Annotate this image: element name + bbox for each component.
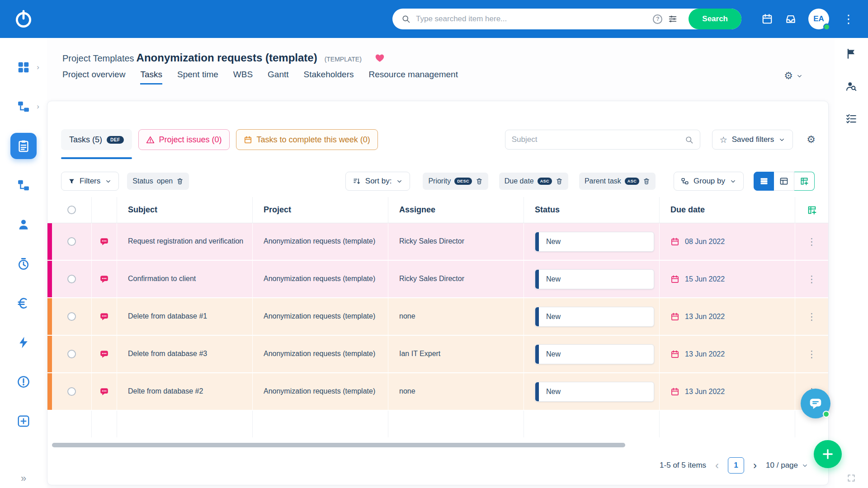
comment-icon[interactable]: [99, 387, 109, 396]
row-menu-button[interactable]: ⋮: [807, 349, 816, 359]
tab-spent-time[interactable]: Spent time: [177, 70, 218, 84]
row-checkbox[interactable]: [67, 350, 76, 358]
panel-settings-button[interactable]: ⚙: [807, 135, 816, 145]
row-menu-button[interactable]: ⋮: [807, 274, 816, 284]
select-all-checkbox[interactable]: [67, 206, 76, 214]
find-user-icon[interactable]: [845, 80, 857, 92]
next-page-button[interactable]: ›: [753, 460, 757, 471]
sidebar-item-people[interactable]: [10, 211, 37, 238]
task-due-field[interactable]: 08 Jun 2022: [660, 237, 725, 246]
global-search-input[interactable]: [416, 14, 647, 23]
tab-project-overview[interactable]: Project overview: [62, 70, 125, 84]
add-column-icon[interactable]: [807, 205, 817, 215]
sidebar-item-tasks[interactable]: [10, 133, 37, 159]
column-header-assignee[interactable]: Assignee: [388, 197, 524, 223]
row-checkbox[interactable]: [67, 237, 76, 246]
tab-resource-management[interactable]: Resource management: [368, 70, 458, 84]
previous-page-button[interactable]: ‹: [715, 460, 719, 471]
sort-by-button[interactable]: Sort by:: [345, 172, 410, 191]
task-status-field[interactable]: New: [535, 232, 654, 252]
tab-stakeholders[interactable]: Stakeholders: [304, 70, 354, 84]
remove-filter-icon[interactable]: [176, 178, 184, 185]
sort-chip-due-date[interactable]: Due date ASC: [499, 173, 568, 190]
task-due-field[interactable]: 15 Jun 2022: [660, 275, 725, 284]
row-menu-button[interactable]: ⋮: [807, 312, 816, 321]
sidebar-item-time-tracking[interactable]: [10, 251, 37, 277]
breadcrumb-parent-link[interactable]: Project Templates: [62, 53, 134, 64]
table-row[interactable]: Delte from database #2 Anonymization req…: [47, 373, 828, 411]
sort-chip-parent-task[interactable]: Parent task ASC: [579, 173, 656, 190]
task-subject[interactable]: Delete from database #3: [128, 349, 207, 359]
sort-chip-priority[interactable]: Priority DESC: [423, 173, 488, 190]
search-button[interactable]: Search: [689, 9, 741, 29]
sidebar-expand-button[interactable]: »: [0, 473, 47, 484]
saved-filters-button[interactable]: ☆ Saved filters: [712, 130, 793, 150]
chat-widget-button[interactable]: [801, 389, 830, 418]
table-row[interactable]: Delete from database #3 Anonymization re…: [47, 336, 828, 373]
task-status-field[interactable]: New: [535, 307, 654, 327]
add-task-fab[interactable]: [814, 440, 842, 468]
column-header-subject[interactable]: Subject: [117, 197, 253, 223]
comment-icon[interactable]: [99, 312, 109, 321]
task-due-field[interactable]: 13 Jun 2022: [660, 387, 725, 396]
tab-tasks-filter[interactable]: Tasks (5) DEF: [61, 129, 132, 150]
checklist-icon[interactable]: [845, 113, 857, 125]
remove-sort-icon[interactable]: [476, 178, 483, 185]
flag-icon[interactable]: [845, 48, 857, 60]
more-menu-button[interactable]: ⋮: [841, 13, 856, 25]
help-icon[interactable]: ?: [653, 14, 662, 24]
sidebar-item-finance[interactable]: [10, 290, 37, 316]
table-row[interactable]: Request registration and verification An…: [47, 223, 828, 261]
subject-search-input[interactable]: [512, 135, 685, 144]
tab-gantt[interactable]: Gantt: [268, 70, 288, 84]
row-checkbox[interactable]: [67, 387, 76, 396]
add-view-button[interactable]: [794, 172, 815, 191]
scrollbar-thumb[interactable]: [52, 443, 625, 447]
tab-tasks[interactable]: Tasks: [140, 70, 162, 84]
sidebar-item-project-tree[interactable]: ›: [10, 94, 37, 120]
comment-icon[interactable]: [99, 237, 109, 246]
row-checkbox[interactable]: [67, 312, 76, 321]
task-status-field[interactable]: New: [535, 269, 654, 289]
comment-icon[interactable]: [99, 349, 109, 359]
page-size-select[interactable]: 10 / page: [766, 461, 808, 470]
sidebar-item-dashboards[interactable]: ›: [10, 54, 37, 80]
task-subject[interactable]: Delte from database #2: [128, 387, 203, 396]
inbox-icon[interactable]: [785, 13, 797, 25]
task-due-field[interactable]: 13 Jun 2022: [660, 312, 725, 321]
status-filter-chip[interactable]: Status open: [127, 173, 189, 190]
view-toggle-list[interactable]: [754, 172, 774, 191]
favorite-heart-icon[interactable]: [374, 52, 385, 63]
calendar-icon[interactable]: [761, 13, 773, 25]
task-status-field[interactable]: New: [535, 382, 654, 402]
advanced-search-icon[interactable]: [668, 14, 678, 24]
app-logo[interactable]: [12, 7, 35, 31]
project-settings-button[interactable]: ⚙: [784, 71, 803, 84]
filters-button[interactable]: Filters: [61, 172, 119, 191]
sidebar-item-quick-actions[interactable]: [10, 329, 37, 356]
tab-wbs[interactable]: WBS: [233, 70, 253, 84]
task-subject[interactable]: Confirmation to client: [128, 274, 196, 284]
column-header-project[interactable]: Project: [253, 197, 388, 223]
sidebar-item-hierarchy[interactable]: [10, 172, 37, 198]
row-menu-button[interactable]: ⋮: [807, 237, 816, 246]
sidebar-item-add-new[interactable]: [10, 408, 37, 434]
row-checkbox[interactable]: [67, 275, 76, 283]
group-by-button[interactable]: Group by: [674, 172, 744, 191]
task-subject[interactable]: Request registration and verification: [128, 237, 243, 246]
tab-project-issues-filter[interactable]: Project issues (0): [138, 129, 230, 150]
fullscreen-icon[interactable]: [847, 474, 856, 483]
remove-sort-icon[interactable]: [556, 178, 563, 185]
tab-week-tasks-filter[interactable]: Tasks to complete this week (0): [236, 129, 378, 150]
table-row[interactable]: Delete from database #1 Anonymization re…: [47, 298, 828, 336]
remove-sort-icon[interactable]: [643, 178, 650, 185]
table-row[interactable]: Confirmation to client Anonymization req…: [47, 261, 828, 298]
view-toggle-board[interactable]: [774, 172, 794, 191]
task-status-field[interactable]: New: [535, 344, 654, 364]
task-subject[interactable]: Delete from database #1: [128, 312, 207, 321]
current-page-button[interactable]: 1: [728, 457, 744, 474]
column-header-due-date[interactable]: Due date: [660, 197, 795, 223]
sidebar-item-alerts[interactable]: [10, 369, 37, 395]
column-header-status[interactable]: Status: [524, 197, 660, 223]
comment-icon[interactable]: [99, 274, 109, 284]
